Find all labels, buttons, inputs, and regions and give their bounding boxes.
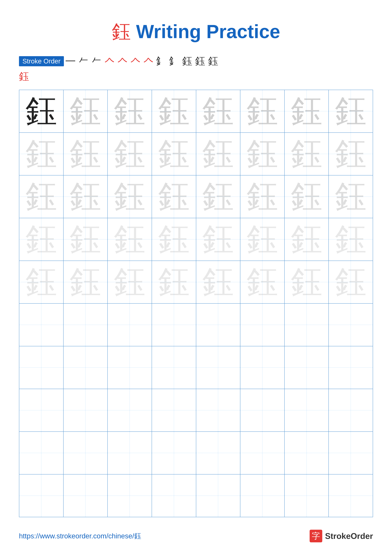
grid-cell[interactable]: 鈺: [196, 90, 240, 132]
char-light: 鈺: [247, 94, 278, 129]
grid-cell-empty[interactable]: [240, 346, 285, 389]
char-light: 鈺: [291, 264, 322, 299]
char-light: 鈺: [70, 136, 101, 171]
grid-cell[interactable]: 鈺: [328, 90, 373, 132]
stroke-5: 𠆢: [117, 55, 128, 67]
grid-cell[interactable]: 鈺: [64, 90, 108, 132]
grid-cell[interactable]: 鈺: [152, 261, 196, 303]
grid-cell[interactable]: 鈺: [285, 90, 329, 132]
char-light: 鈺: [335, 222, 367, 257]
grid-cell[interactable]: 鈺: [328, 175, 373, 218]
grid-cell[interactable]: 鈺: [196, 175, 240, 218]
grid-cell-empty[interactable]: [196, 346, 240, 389]
grid-cell-empty[interactable]: [285, 474, 329, 517]
grid-cell[interactable]: 鈺: [152, 218, 196, 261]
grid-cell-empty[interactable]: [19, 346, 64, 389]
grid-cell[interactable]: 鈺: [196, 218, 240, 261]
grid-cell-empty[interactable]: [107, 431, 152, 474]
grid-cell-empty[interactable]: [64, 346, 108, 389]
grid-cell[interactable]: 鈺: [107, 175, 152, 218]
grid-row-8: [19, 389, 373, 431]
grid-cell-empty[interactable]: [196, 389, 240, 431]
char-light: 鈺: [70, 179, 101, 214]
grid-cell-empty[interactable]: [328, 303, 373, 346]
grid-cell-empty[interactable]: [107, 389, 152, 431]
grid-cell[interactable]: 鈺: [285, 261, 329, 303]
grid-cell-empty[interactable]: [328, 389, 373, 431]
grid-cell[interactable]: 鈺: [19, 261, 64, 303]
grid-cell[interactable]: 鈺: [19, 132, 64, 175]
grid-cell-empty[interactable]: [64, 431, 108, 474]
stroke-11: 鈺: [195, 54, 205, 68]
grid-cell[interactable]: 鈺: [19, 90, 64, 132]
grid-cell-empty[interactable]: [107, 346, 152, 389]
grid-cell-empty[interactable]: [107, 474, 152, 517]
grid-cell[interactable]: 鈺: [285, 175, 329, 218]
grid-cell[interactable]: 鈺: [240, 132, 285, 175]
char-light: 鈺: [202, 94, 234, 129]
grid-cell-empty[interactable]: [64, 389, 108, 431]
grid-cell-empty[interactable]: [285, 346, 329, 389]
char-light: 鈺: [247, 179, 278, 214]
grid-cell-empty[interactable]: [19, 389, 64, 431]
grid-cell-empty[interactable]: [285, 303, 329, 346]
grid-cell-empty[interactable]: [64, 474, 108, 517]
grid-cell-empty[interactable]: [328, 431, 373, 474]
stroke-2: 𠂉: [78, 55, 89, 67]
grid-cell-empty[interactable]: [152, 389, 196, 431]
grid-cell[interactable]: 鈺: [152, 175, 196, 218]
grid-cell[interactable]: 鈺: [328, 218, 373, 261]
char-light: 鈺: [247, 264, 278, 299]
footer-brand: 字 StrokeOrder: [310, 530, 373, 542]
grid-cell[interactable]: 鈺: [240, 261, 285, 303]
grid-cell[interactable]: 鈺: [64, 218, 108, 261]
grid-cell-empty[interactable]: [285, 431, 329, 474]
grid-cell-empty[interactable]: [19, 431, 64, 474]
grid-cell[interactable]: 鈺: [196, 132, 240, 175]
grid-cell[interactable]: 鈺: [64, 175, 108, 218]
grid-cell-empty[interactable]: [328, 346, 373, 389]
grid-cell[interactable]: 鈺: [107, 261, 152, 303]
grid-cell[interactable]: 鈺: [285, 132, 329, 175]
footer-link[interactable]: https://www.strokeorder.com/chinese/鈺: [19, 531, 141, 541]
grid-cell-empty[interactable]: [196, 474, 240, 517]
grid-cell[interactable]: 鈺: [107, 218, 152, 261]
grid-cell[interactable]: 鈺: [107, 132, 152, 175]
grid-cell[interactable]: 鈺: [64, 132, 108, 175]
grid-cell-empty[interactable]: [240, 389, 285, 431]
grid-cell-empty[interactable]: [19, 303, 64, 346]
grid-cell[interactable]: 鈺: [64, 261, 108, 303]
grid-cell-empty[interactable]: [152, 431, 196, 474]
grid-cell-empty[interactable]: [196, 303, 240, 346]
grid-cell[interactable]: 鈺: [107, 90, 152, 132]
grid-cell-empty[interactable]: [152, 346, 196, 389]
grid-cell-empty[interactable]: [64, 303, 108, 346]
char-light: 鈺: [335, 136, 367, 171]
grid-cell[interactable]: 鈺: [196, 261, 240, 303]
grid-cell-empty[interactable]: [240, 303, 285, 346]
grid-cell-empty[interactable]: [285, 389, 329, 431]
brand-icon: 字: [310, 530, 322, 542]
grid-cell-empty[interactable]: [240, 474, 285, 517]
grid-cell[interactable]: 鈺: [240, 218, 285, 261]
grid-cell[interactable]: 鈺: [240, 175, 285, 218]
grid-cell-empty[interactable]: [152, 474, 196, 517]
grid-row-9: [19, 431, 373, 474]
grid-cell-empty[interactable]: [196, 431, 240, 474]
grid-cell-empty[interactable]: [152, 303, 196, 346]
grid-cell-empty[interactable]: [107, 303, 152, 346]
footer: https://www.strokeorder.com/chinese/鈺 字 …: [19, 530, 373, 542]
grid-cell-empty[interactable]: [328, 474, 373, 517]
stroke-order-row-2: 鈺: [19, 70, 373, 83]
grid-cell-empty[interactable]: [19, 474, 64, 517]
grid-cell-empty[interactable]: [240, 431, 285, 474]
grid-cell[interactable]: 鈺: [285, 218, 329, 261]
grid-cell[interactable]: 鈺: [240, 90, 285, 132]
grid-cell[interactable]: 鈺: [19, 175, 64, 218]
grid-cell[interactable]: 鈺: [328, 261, 373, 303]
grid-cell[interactable]: 鈺: [19, 218, 64, 261]
grid-cell[interactable]: 鈺: [152, 90, 196, 132]
grid-cell[interactable]: 鈺: [328, 132, 373, 175]
title-char: 鈺: [112, 21, 131, 42]
grid-cell[interactable]: 鈺: [152, 132, 196, 175]
